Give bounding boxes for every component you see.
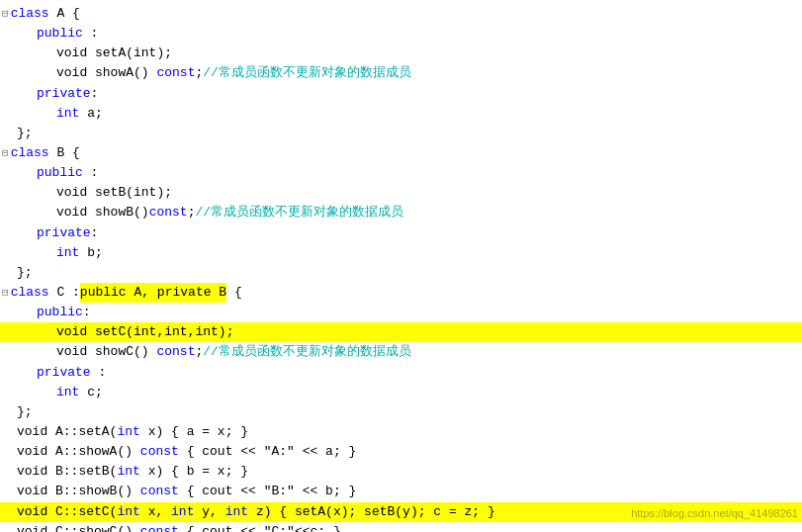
code-token: const — [156, 63, 195, 83]
table-row: ⊟class C :public A, private B { — [0, 283, 802, 303]
code-token: : — [91, 84, 99, 104]
table-row: void C::showC() const { cout << "C:"<<c;… — [0, 522, 802, 532]
code-token: { — [179, 482, 202, 501]
code-token: { — [226, 283, 242, 303]
code-token: int — [117, 422, 139, 442]
code-token: << b; } — [295, 482, 356, 501]
table-row: void setC(int,int,int); — [0, 322, 802, 342]
code-token: //常成员函数不更新对象的数据成员 — [203, 63, 411, 83]
code-token: z) { setA(x); setB(y); c = z; } — [248, 502, 495, 522]
code-token: void A::showA() — [17, 442, 140, 462]
code-token: B { — [49, 143, 80, 163]
code-token: const — [140, 482, 179, 501]
code-token: y, — [194, 502, 224, 522]
code-token: ; — [195, 63, 203, 83]
code-token: void setB( — [56, 183, 134, 203]
code-token: const — [140, 442, 179, 462]
table-row: void A::setA(int x) { a = x; } — [0, 422, 802, 442]
code-token: int — [171, 502, 194, 522]
code-token: int — [134, 322, 156, 342]
collapse-icon[interactable]: ⊟ — [2, 145, 9, 162]
code-token: b; — [79, 243, 102, 263]
code-token: public — [37, 163, 83, 183]
code-token: int — [134, 44, 156, 63]
code-token: cout — [202, 442, 232, 462]
table-row: ⊟class A { — [0, 4, 802, 24]
code-token: { — [179, 442, 202, 462]
table-row: }; — [0, 124, 802, 143]
code-token: class — [11, 283, 49, 303]
table-row: private: — [0, 223, 802, 243]
collapse-icon[interactable]: ⊟ — [2, 6, 9, 23]
code-token: int — [56, 243, 79, 263]
code-token: }; — [17, 263, 33, 283]
code-token: : — [91, 223, 99, 243]
table-row: void setA(int); — [0, 44, 802, 63]
code-token: << a; } — [295, 442, 356, 462]
table-row: }; — [0, 263, 802, 283]
code-token: private — [37, 84, 91, 104]
code-token: : — [91, 363, 107, 383]
watermark: https://blog.csdn.net/qq_41498261 — [631, 505, 798, 522]
code-token: void showB() — [56, 203, 149, 222]
table-row: int b; — [0, 243, 802, 263]
table-row: int a; — [0, 104, 802, 124]
collapse-icon[interactable]: ⊟ — [2, 285, 9, 302]
code-token: int — [56, 383, 79, 402]
code-token: void C::setC( — [17, 502, 117, 522]
table-row: private : — [0, 363, 802, 383]
code-token: public — [37, 24, 83, 44]
code-token: class — [11, 4, 49, 24]
table-row: int c; — [0, 383, 802, 402]
code-token: : — [83, 163, 99, 183]
table-row: public: — [0, 303, 802, 322]
code-token: void showA() — [56, 63, 156, 83]
code-token: private — [37, 223, 91, 243]
code-token: void showC() — [56, 342, 156, 362]
table-row: public : — [0, 163, 802, 183]
code-token: << — [232, 442, 263, 462]
table-row: void B::showB() const { cout << "B:" << … — [0, 482, 802, 501]
code-token: const — [156, 342, 195, 362]
code-token: x, — [140, 502, 171, 522]
code-token: "A:" — [264, 442, 295, 462]
table-row: void setB(int); — [0, 183, 802, 203]
code-token: x) { b = x; } — [140, 462, 248, 482]
code-token: cout — [202, 522, 232, 532]
code-token: void B::setB( — [17, 462, 117, 482]
table-row: public : — [0, 24, 802, 44]
code-token: { — [179, 522, 202, 532]
code-token: int — [117, 502, 139, 522]
code-token: int — [225, 502, 248, 522]
code-token: "B:" — [264, 482, 295, 501]
code-token: }; — [17, 124, 33, 143]
code-token: //常成员函数不更新对象的数据成员 — [203, 342, 411, 362]
code-token: ; — [188, 203, 196, 222]
code-token: <<c; } — [295, 522, 341, 532]
code-token: int — [134, 183, 156, 203]
code-token: int — [117, 462, 139, 482]
table-row: void showB()const;//常成员函数不更新对象的数据成员 — [0, 203, 802, 222]
code-token: : — [83, 24, 99, 44]
code-token: void A::setA( — [17, 422, 117, 442]
code-token: private — [37, 363, 91, 383]
code-token: C : — [49, 283, 80, 303]
code-token: << — [232, 522, 263, 532]
code-token: cout — [202, 482, 232, 501]
code-token: //常成员函数不更新对象的数据成员 — [195, 203, 403, 222]
code-token: ; — [195, 342, 203, 362]
code-token: public A, private B — [80, 283, 226, 303]
code-token: << — [232, 482, 263, 501]
table-row: ⊟class B { — [0, 143, 802, 163]
table-row: void showA() const;//常成员函数不更新对象的数据成员 — [0, 63, 802, 83]
code-token: const — [149, 203, 188, 222]
table-row: private: — [0, 84, 802, 104]
code-token: void setA( — [56, 44, 134, 63]
code-token: A { — [49, 4, 80, 24]
code-token: int — [164, 322, 187, 342]
code-token: public — [37, 303, 83, 322]
code-token: class — [11, 143, 49, 163]
table-row: void B::setB(int x) { b = x; } — [0, 462, 802, 482]
code-token: "C:" — [264, 522, 295, 532]
code-editor: ⊟class A {public :void setA(int);void sh… — [0, 0, 802, 532]
